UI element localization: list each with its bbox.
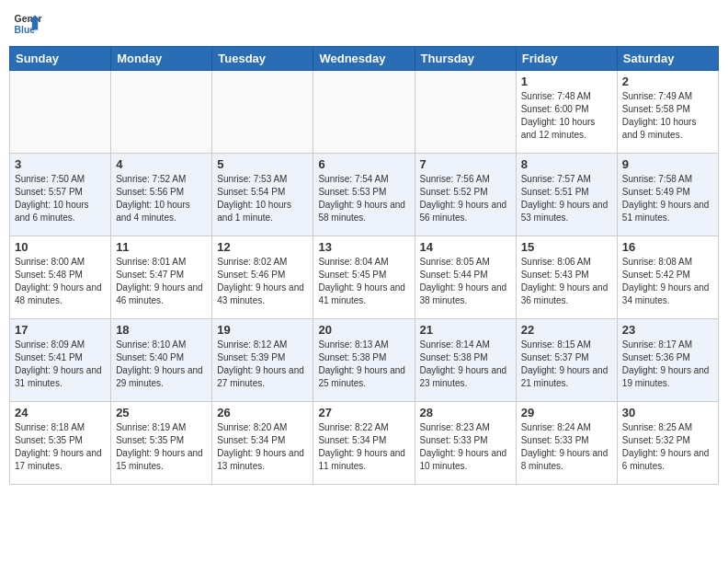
day-info: Sunrise: 7:49 AM Sunset: 5:58 PM Dayligh… [622,90,713,142]
page-header: General Blue [9,9,719,39]
calendar-cell: 7Sunrise: 7:56 AM Sunset: 5:52 PM Daylig… [415,154,516,236]
day-info: Sunrise: 8:00 AM Sunset: 5:48 PM Dayligh… [15,256,106,307]
day-info: Sunrise: 8:13 AM Sunset: 5:38 PM Dayligh… [318,339,409,390]
day-number: 10 [15,240,106,254]
weekday-header-sunday: Sunday [10,47,111,71]
weekday-header-tuesday: Tuesday [212,47,313,71]
day-number: 30 [622,406,713,419]
weekday-header-thursday: Thursday [415,47,516,71]
calendar-cell [10,71,111,154]
calendar-cell: 5Sunrise: 7:53 AM Sunset: 5:54 PM Daylig… [212,154,313,236]
calendar-cell [111,71,212,154]
day-number: 27 [318,406,409,419]
week-row-3: 17Sunrise: 8:09 AM Sunset: 5:41 PM Dayli… [10,319,719,402]
weekday-header-monday: Monday [111,47,212,71]
day-number: 25 [116,406,207,419]
calendar-cell: 18Sunrise: 8:10 AM Sunset: 5:40 PM Dayli… [111,319,212,402]
calendar-cell: 23Sunrise: 8:17 AM Sunset: 5:36 PM Dayli… [617,319,718,402]
calendar-cell: 28Sunrise: 8:23 AM Sunset: 5:33 PM Dayli… [415,402,516,485]
day-number: 2 [622,75,713,88]
day-number: 1 [521,75,612,88]
day-info: Sunrise: 8:05 AM Sunset: 5:44 PM Dayligh… [420,256,511,307]
day-info: Sunrise: 7:52 AM Sunset: 5:56 PM Dayligh… [116,173,207,224]
day-number: 14 [420,240,511,254]
day-info: Sunrise: 8:14 AM Sunset: 5:38 PM Dayligh… [420,339,511,390]
logo-icon: General Blue [13,9,42,39]
day-number: 7 [420,157,511,171]
day-info: Sunrise: 8:08 AM Sunset: 5:42 PM Dayligh… [622,256,713,307]
day-number: 26 [217,406,308,419]
day-info: Sunrise: 8:06 AM Sunset: 5:43 PM Dayligh… [521,256,612,307]
calendar-cell [313,71,415,154]
day-info: Sunrise: 8:17 AM Sunset: 5:36 PM Dayligh… [622,339,713,390]
weekday-header-wednesday: Wednesday [313,47,415,71]
week-row-4: 24Sunrise: 8:18 AM Sunset: 5:35 PM Dayli… [10,402,719,485]
day-info: Sunrise: 7:53 AM Sunset: 5:54 PM Dayligh… [217,173,308,224]
day-number: 24 [15,406,106,419]
day-info: Sunrise: 8:24 AM Sunset: 5:33 PM Dayligh… [521,421,612,473]
day-info: Sunrise: 7:58 AM Sunset: 5:49 PM Dayligh… [622,173,713,224]
day-number: 28 [420,406,511,419]
calendar-cell: 25Sunrise: 8:19 AM Sunset: 5:35 PM Dayli… [111,402,212,485]
logo: General Blue [13,9,42,39]
calendar-cell: 4Sunrise: 7:52 AM Sunset: 5:56 PM Daylig… [111,154,212,236]
calendar-cell: 26Sunrise: 8:20 AM Sunset: 5:34 PM Dayli… [212,402,313,485]
calendar-cell [212,71,313,154]
day-info: Sunrise: 8:12 AM Sunset: 5:39 PM Dayligh… [217,339,308,390]
day-info: Sunrise: 8:25 AM Sunset: 5:32 PM Dayligh… [622,421,713,473]
weekday-header-saturday: Saturday [617,47,718,71]
day-number: 23 [622,323,713,337]
day-info: Sunrise: 8:04 AM Sunset: 5:45 PM Dayligh… [318,256,409,307]
day-number: 17 [15,323,106,337]
calendar-cell: 9Sunrise: 7:58 AM Sunset: 5:49 PM Daylig… [617,154,718,236]
day-info: Sunrise: 7:50 AM Sunset: 5:57 PM Dayligh… [15,173,106,224]
day-number: 18 [116,323,207,337]
day-number: 4 [116,157,207,171]
weekday-header-friday: Friday [516,47,617,71]
day-info: Sunrise: 8:22 AM Sunset: 5:34 PM Dayligh… [318,421,409,473]
day-number: 19 [217,323,308,337]
week-row-0: 1Sunrise: 7:48 AM Sunset: 6:00 PM Daylig… [10,71,719,154]
day-number: 6 [318,157,409,171]
day-info: Sunrise: 7:57 AM Sunset: 5:51 PM Dayligh… [521,173,612,224]
calendar-cell: 12Sunrise: 8:02 AM Sunset: 5:46 PM Dayli… [212,236,313,319]
week-row-2: 10Sunrise: 8:00 AM Sunset: 5:48 PM Dayli… [10,236,719,319]
day-info: Sunrise: 8:15 AM Sunset: 5:37 PM Dayligh… [521,339,612,390]
day-info: Sunrise: 8:09 AM Sunset: 5:41 PM Dayligh… [15,339,106,390]
calendar-cell: 1Sunrise: 7:48 AM Sunset: 6:00 PM Daylig… [516,71,617,154]
calendar-cell: 24Sunrise: 8:18 AM Sunset: 5:35 PM Dayli… [10,402,111,485]
calendar-cell: 22Sunrise: 8:15 AM Sunset: 5:37 PM Dayli… [516,319,617,402]
day-number: 11 [116,240,207,254]
day-info: Sunrise: 7:54 AM Sunset: 5:53 PM Dayligh… [318,173,409,224]
day-number: 5 [217,157,308,171]
calendar-cell: 20Sunrise: 8:13 AM Sunset: 5:38 PM Dayli… [313,319,415,402]
day-number: 15 [521,240,612,254]
calendar-cell: 10Sunrise: 8:00 AM Sunset: 5:48 PM Dayli… [10,236,111,319]
calendar-cell: 2Sunrise: 7:49 AM Sunset: 5:58 PM Daylig… [617,71,718,154]
day-number: 16 [622,240,713,254]
day-number: 21 [420,323,511,337]
day-number: 22 [521,323,612,337]
week-row-1: 3Sunrise: 7:50 AM Sunset: 5:57 PM Daylig… [10,154,719,236]
calendar-cell: 6Sunrise: 7:54 AM Sunset: 5:53 PM Daylig… [313,154,415,236]
day-info: Sunrise: 8:01 AM Sunset: 5:47 PM Dayligh… [116,256,207,307]
calendar-cell: 30Sunrise: 8:25 AM Sunset: 5:32 PM Dayli… [617,402,718,485]
day-number: 9 [622,157,713,171]
calendar-cell: 19Sunrise: 8:12 AM Sunset: 5:39 PM Dayli… [212,319,313,402]
day-number: 20 [318,323,409,337]
day-info: Sunrise: 8:10 AM Sunset: 5:40 PM Dayligh… [116,339,207,390]
weekday-header-row: SundayMondayTuesdayWednesdayThursdayFrid… [10,47,719,71]
calendar-cell: 29Sunrise: 8:24 AM Sunset: 5:33 PM Dayli… [516,402,617,485]
calendar-cell: 27Sunrise: 8:22 AM Sunset: 5:34 PM Dayli… [313,402,415,485]
calendar-cell [415,71,516,154]
calendar-cell: 14Sunrise: 8:05 AM Sunset: 5:44 PM Dayli… [415,236,516,319]
calendar-cell: 16Sunrise: 8:08 AM Sunset: 5:42 PM Dayli… [617,236,718,319]
calendar-cell: 21Sunrise: 8:14 AM Sunset: 5:38 PM Dayli… [415,319,516,402]
day-info: Sunrise: 8:18 AM Sunset: 5:35 PM Dayligh… [15,421,106,473]
calendar-cell: 3Sunrise: 7:50 AM Sunset: 5:57 PM Daylig… [10,154,111,236]
day-info: Sunrise: 8:19 AM Sunset: 5:35 PM Dayligh… [116,421,207,473]
day-number: 8 [521,157,612,171]
day-number: 13 [318,240,409,254]
day-number: 3 [15,157,106,171]
day-info: Sunrise: 7:56 AM Sunset: 5:52 PM Dayligh… [420,173,511,224]
